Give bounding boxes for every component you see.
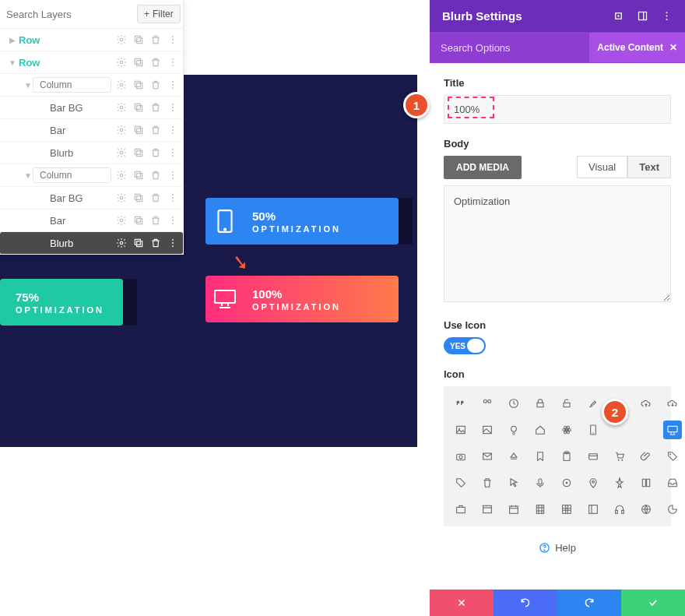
- clipboard-icon[interactable]: [557, 447, 576, 466]
- more-icon[interactable]: [167, 79, 178, 90]
- tag2-icon[interactable]: [451, 473, 470, 492]
- duplicate-icon[interactable]: [133, 125, 144, 136]
- more-icon[interactable]: [167, 57, 178, 68]
- trash-icon[interactable]: [150, 125, 161, 136]
- pie-icon[interactable]: [663, 500, 682, 519]
- gear-icon[interactable]: [116, 102, 127, 113]
- pin-o-icon[interactable]: [584, 473, 602, 492]
- gear-icon[interactable]: [116, 215, 127, 226]
- calendar-icon[interactable]: [504, 500, 523, 519]
- gear-icon[interactable]: [116, 170, 127, 181]
- duplicate-icon[interactable]: [133, 34, 144, 45]
- filter-button[interactable]: + Filter: [137, 5, 181, 23]
- more-icon[interactable]: [167, 147, 178, 158]
- duplicate-icon[interactable]: [133, 215, 144, 226]
- tab-text[interactable]: Text: [627, 156, 671, 178]
- headphones-icon[interactable]: [610, 500, 629, 519]
- blurb-card-blue[interactable]: 50%OPTIMIZATION: [206, 198, 399, 245]
- cloud-down-icon[interactable]: [663, 394, 682, 413]
- gear-icon[interactable]: [116, 79, 127, 90]
- trash-icon[interactable]: [150, 192, 161, 203]
- gear-icon[interactable]: [116, 147, 127, 158]
- image-icon[interactable]: [451, 421, 470, 439]
- duplicate-icon[interactable]: [133, 238, 144, 248]
- more-icon[interactable]: [661, 10, 673, 22]
- mail-icon[interactable]: [478, 447, 497, 466]
- layers-search-input[interactable]: [6, 9, 137, 20]
- trash-icon[interactable]: [150, 57, 161, 68]
- unlock-icon[interactable]: [557, 394, 576, 413]
- settings-search-input[interactable]: [430, 42, 589, 54]
- book-icon[interactable]: [637, 473, 655, 492]
- lock-icon[interactable]: [531, 394, 550, 413]
- title-input[interactable]: [444, 95, 671, 124]
- inbox-icon[interactable]: [663, 473, 682, 492]
- more-icon[interactable]: [167, 215, 178, 226]
- layer-row-column[interactable]: ▼Column: [0, 74, 183, 97]
- blurb-card-pink[interactable]: 100%OPTIMIZATION: [206, 276, 399, 322]
- tag-icon[interactable]: [663, 447, 682, 466]
- desktop-icon[interactable]: [663, 421, 682, 439]
- eject-icon[interactable]: [504, 447, 523, 466]
- camera-bag-icon[interactable]: [451, 447, 470, 466]
- layer-row-bar-bg[interactable]: Bar BG: [0, 97, 183, 119]
- tab-visual[interactable]: Visual: [577, 156, 627, 178]
- quote-icon[interactable]: [451, 394, 470, 413]
- tablet-icon[interactable]: [584, 421, 602, 439]
- gear-icon[interactable]: [116, 238, 127, 248]
- body-editor[interactable]: [444, 185, 671, 302]
- grid-icon[interactable]: [557, 500, 576, 519]
- cursor-icon[interactable]: [504, 473, 523, 492]
- save-button[interactable]: [621, 590, 685, 616]
- layer-row-bar[interactable]: Bar: [0, 209, 183, 232]
- gear-icon[interactable]: [116, 192, 127, 203]
- trash-icon[interactable]: [150, 147, 161, 158]
- undo-button[interactable]: [494, 590, 557, 616]
- layer-row-blurb[interactable]: Blurb: [0, 142, 183, 164]
- cancel-button[interactable]: [430, 590, 494, 616]
- duplicate-icon[interactable]: [133, 57, 144, 68]
- gear-atom-icon[interactable]: [557, 421, 576, 439]
- help-row[interactable]: Help: [444, 542, 671, 554]
- image-alt-icon[interactable]: [478, 421, 497, 439]
- home-icon[interactable]: [531, 421, 550, 439]
- trash-icon[interactable]: [150, 34, 161, 45]
- trash-icon[interactable]: [150, 170, 161, 181]
- duplicate-icon[interactable]: [133, 147, 144, 158]
- trash-icon[interactable]: [150, 102, 161, 113]
- use-icon-toggle[interactable]: YES: [444, 337, 486, 354]
- gear-icon[interactable]: [116, 34, 127, 45]
- trash-icon[interactable]: [150, 238, 161, 248]
- more-icon[interactable]: [167, 238, 178, 248]
- redo-button[interactable]: [557, 590, 621, 616]
- layer-row-bar-bg[interactable]: Bar BG: [0, 187, 183, 209]
- layer-row-row[interactable]: ▶Row: [0, 29, 183, 51]
- layer-row-column[interactable]: ▼Column: [0, 164, 183, 187]
- cloud-up-icon[interactable]: [637, 394, 655, 413]
- trash-icon[interactable]: [150, 79, 161, 90]
- close-icon[interactable]: ✕: [669, 42, 677, 53]
- duplicate-icon[interactable]: [133, 170, 144, 181]
- brush-icon[interactable]: [584, 394, 602, 413]
- trash-icon[interactable]: [150, 215, 161, 226]
- film-icon[interactable]: [531, 500, 550, 519]
- add-media-button[interactable]: ADD MEDIA: [444, 156, 522, 179]
- active-content-pill[interactable]: Active Content ✕: [589, 33, 685, 62]
- globe-icon[interactable]: [637, 500, 655, 519]
- pin-icon[interactable]: [610, 473, 629, 492]
- panel-icon[interactable]: [584, 500, 602, 519]
- target-icon[interactable]: [557, 473, 576, 492]
- duplicate-icon[interactable]: [133, 102, 144, 113]
- mic-icon[interactable]: [531, 473, 550, 492]
- blurb-card-teal[interactable]: 75%OPTIMIZATION: [0, 279, 123, 326]
- expand-icon[interactable]: [613, 10, 624, 22]
- bulb-icon[interactable]: [504, 421, 523, 439]
- more-icon[interactable]: [167, 125, 178, 136]
- window-icon[interactable]: [478, 500, 497, 519]
- more-icon[interactable]: [167, 34, 178, 45]
- panel-icon[interactable]: [637, 10, 648, 22]
- card-icon[interactable]: [584, 447, 602, 466]
- duplicate-icon[interactable]: [133, 79, 144, 90]
- gear-icon[interactable]: [116, 57, 127, 68]
- trash-icon[interactable]: [478, 473, 497, 492]
